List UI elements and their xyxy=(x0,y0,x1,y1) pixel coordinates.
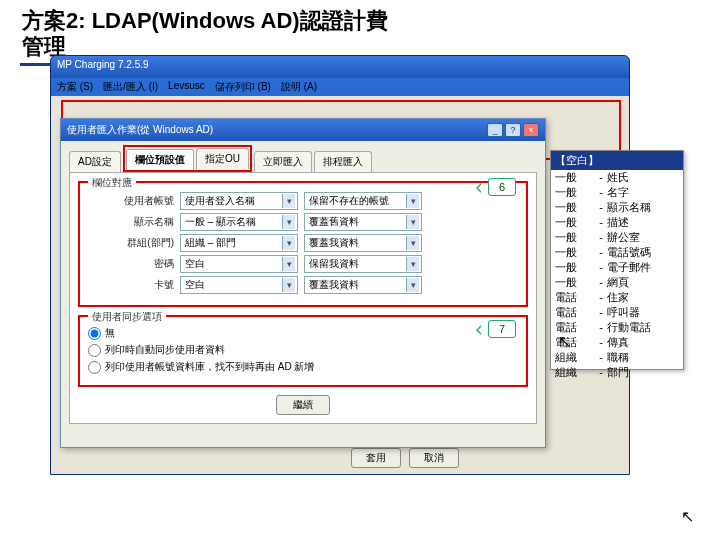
menu-print[interactable]: 儲存列印 (B) xyxy=(215,80,271,94)
policy-combo[interactable]: 保留不存在的帳號 xyxy=(304,192,422,210)
parent-window-title: MP Charging 7.2.5.9 xyxy=(51,56,629,78)
field-label: 密碼 xyxy=(88,257,174,271)
attribute-list-panel: 【空白】 一般-姓氏一般-名字一般-顯示名稱一般-描述一般-辦公室一般-電話號碼… xyxy=(550,150,684,370)
source-combo[interactable]: 組織 – 部門 xyxy=(180,234,298,252)
attribute-list-item[interactable]: 一般-電話號碼 xyxy=(551,245,683,260)
policy-combo[interactable]: 保留我資料 xyxy=(304,255,422,273)
attribute-list-item[interactable]: 電話-呼叫器 xyxy=(551,305,683,320)
tab-import-now[interactable]: 立即匯入 xyxy=(254,151,312,172)
field-label: 卡號 xyxy=(88,278,174,292)
attribute-list-item[interactable]: 一般-姓氏 xyxy=(551,170,683,185)
attribute-list-header: 【空白】 xyxy=(551,151,683,170)
source-combo[interactable]: 使用者登入名稱 xyxy=(180,192,298,210)
field-row: 群組(部門)組織 – 部門覆蓋我資料 xyxy=(88,234,518,252)
callout-6: 6 xyxy=(488,178,516,196)
attribute-list-item[interactable]: 組織-職稱 xyxy=(551,350,683,365)
attribute-list-item[interactable]: 電話-傳真 xyxy=(551,335,683,350)
radio-none[interactable]: 無 xyxy=(88,326,518,340)
menu-help[interactable]: 說明 (A) xyxy=(281,80,317,94)
minimize-icon[interactable]: _ xyxy=(487,123,503,137)
sync-options-group: 使用者同步選項 無 列印時自動同步使用者資料 列印使用者帳號資料庫，找不到時再由… xyxy=(78,315,528,387)
attribute-list-item[interactable]: 一般-描述 xyxy=(551,215,683,230)
field-row: 使用者帳號使用者登入名稱保留不存在的帳號 xyxy=(88,192,518,210)
source-combo[interactable]: 空白 xyxy=(180,255,298,273)
tab-pane: 欄位對應 使用者帳號使用者登入名稱保留不存在的帳號顯示名稱一般 – 顯示名稱覆蓋… xyxy=(69,172,537,424)
attribute-list-item[interactable]: 組織-部門 xyxy=(551,365,683,380)
tab-field-defaults[interactable]: 欄位預設值 xyxy=(126,149,194,170)
close-icon[interactable]: × xyxy=(523,123,539,137)
import-dialog: 使用者匯入作業(從 Windows AD) _ ? × AD設定 欄位預設值 指… xyxy=(60,118,546,448)
tab-schedule[interactable]: 排程匯入 xyxy=(314,151,372,172)
callout-7: 7 xyxy=(488,320,516,338)
field-row: 密碼空白保留我資料 xyxy=(88,255,518,273)
field-row: 顯示名稱一般 – 顯示名稱覆蓋舊資料 xyxy=(88,213,518,231)
dialog-title: 使用者匯入作業(從 Windows AD) xyxy=(67,123,213,137)
menu-scheme[interactable]: 方案 (S) xyxy=(57,80,93,94)
tab-specify-ou[interactable]: 指定OU xyxy=(196,148,249,169)
radio-add-from-ad[interactable]: 列印使用者帳號資料庫，找不到時再由 AD 新增 xyxy=(88,360,518,374)
field-row: 卡號空白覆蓋我資料 xyxy=(88,276,518,294)
field-label: 使用者帳號 xyxy=(88,194,174,208)
attribute-list-item[interactable]: 一般-辦公室 xyxy=(551,230,683,245)
cancel-button[interactable]: 取消 xyxy=(409,448,459,468)
policy-combo[interactable]: 覆蓋我資料 xyxy=(304,234,422,252)
attribute-list-item[interactable]: 一般-網頁 xyxy=(551,275,683,290)
radio-auto-sync[interactable]: 列印時自動同步使用者資料 xyxy=(88,343,518,357)
tab-bar: AD設定 欄位預設值 指定OU 立即匯入 排程匯入 xyxy=(61,141,545,172)
menu-io[interactable]: 匯出/匯入 (I) xyxy=(103,80,158,94)
continue-button[interactable]: 繼續 xyxy=(276,395,330,415)
menu-lev[interactable]: Levsusc xyxy=(168,80,205,94)
attribute-list-item[interactable]: 電話-行動電話 xyxy=(551,320,683,335)
field-mapping-group: 欄位對應 使用者帳號使用者登入名稱保留不存在的帳號顯示名稱一般 – 顯示名稱覆蓋… xyxy=(78,181,528,307)
field-label: 群組(部門) xyxy=(88,236,174,250)
attribute-list-item[interactable]: 一般-電子郵件 xyxy=(551,260,683,275)
help-icon[interactable]: ? xyxy=(505,123,521,137)
attribute-list-item[interactable]: 電話-住家 xyxy=(551,290,683,305)
policy-combo[interactable]: 覆蓋我資料 xyxy=(304,276,422,294)
highlight-tabs: 欄位預設值 指定OU xyxy=(123,145,252,172)
parent-menubar[interactable]: 方案 (S) 匯出/匯入 (I) Levsusc 儲存列印 (B) 說明 (A) xyxy=(51,78,629,96)
group-legend: 使用者同步選項 xyxy=(88,310,166,324)
field-label: 顯示名稱 xyxy=(88,215,174,229)
tab-ad-settings[interactable]: AD設定 xyxy=(69,151,121,172)
apply-button[interactable]: 套用 xyxy=(351,448,401,468)
attribute-list-item[interactable]: 一般-顯示名稱 xyxy=(551,200,683,215)
attribute-list-item[interactable]: 一般-名字 xyxy=(551,185,683,200)
source-combo[interactable]: 空白 xyxy=(180,276,298,294)
policy-combo[interactable]: 覆蓋舊資料 xyxy=(304,213,422,231)
source-combo[interactable]: 一般 – 顯示名稱 xyxy=(180,213,298,231)
group-legend: 欄位對應 xyxy=(88,176,136,190)
cursor-icon: ↖ xyxy=(681,507,694,526)
